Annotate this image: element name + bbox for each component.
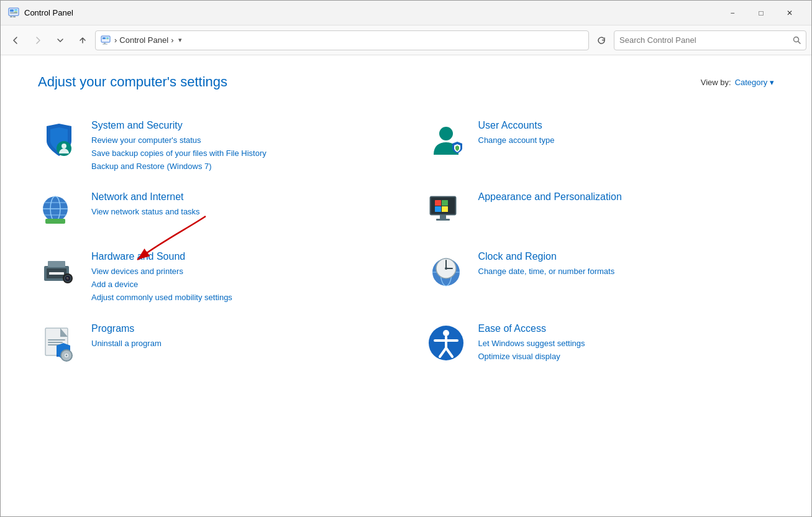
system-security-link-2[interactable]: Save backup copies of your files with Fi… <box>91 147 388 160</box>
svg-rect-26 <box>435 200 441 206</box>
hardware-sound-info: Hardware and Sound View devices and prin… <box>91 250 388 304</box>
ease-of-access-info: Ease of Access Let Windows suggest setti… <box>478 322 775 364</box>
maximize-button[interactable]: □ <box>747 3 775 23</box>
svg-rect-28 <box>435 206 441 212</box>
network-internet-info: Network and Internet View network status… <box>91 190 388 219</box>
clock-region-title[interactable]: Clock and Region <box>478 251 775 262</box>
clock-region-icon <box>425 250 467 292</box>
window-controls: − □ ✕ <box>718 3 804 23</box>
search-box[interactable] <box>614 30 806 50</box>
main-window: Control Panel − □ ✕ <box>0 0 812 517</box>
view-by-dropdown[interactable]: Category ▾ <box>735 78 774 87</box>
svg-rect-3 <box>14 11 17 12</box>
svg-rect-30 <box>440 215 446 219</box>
close-button[interactable]: ✕ <box>775 3 804 23</box>
view-by-label: View by: <box>701 78 731 87</box>
category-programs: Programs Uninstall a program <box>38 313 388 373</box>
svg-rect-9 <box>106 37 109 39</box>
svg-rect-10 <box>106 39 109 39</box>
clock-region-info: Clock and Region Change date, time, or n… <box>478 250 775 278</box>
recent-locations-button[interactable] <box>50 30 70 50</box>
address-path[interactable]: › Control Panel › ▾ <box>95 30 589 50</box>
path-text: › <box>114 35 117 45</box>
path-end-separator: › <box>171 35 173 45</box>
hardware-sound-link-1[interactable]: View devices and printers <box>91 265 388 278</box>
window-title: Control Panel <box>24 8 718 17</box>
programs-link-1[interactable]: Uninstall a program <box>91 337 388 350</box>
svg-rect-51 <box>48 342 63 343</box>
user-accounts-info: User Accounts Change account type <box>478 119 775 147</box>
svg-rect-27 <box>442 200 448 206</box>
svg-rect-1 <box>10 9 14 12</box>
system-security-link-3[interactable]: Backup and Restore (Windows 7) <box>91 160 388 173</box>
user-accounts-link-1[interactable]: Change account type <box>478 134 775 147</box>
page-title: Adjust your computer's settings <box>38 74 227 90</box>
category-network-internet: Network and Internet View network status… <box>38 181 388 241</box>
category-clock-region: Clock and Region Change date, time, or n… <box>425 241 775 313</box>
forward-button[interactable] <box>28 30 48 50</box>
up-button[interactable] <box>73 30 93 50</box>
svg-rect-35 <box>48 261 65 267</box>
svg-line-14 <box>798 42 801 44</box>
svg-rect-11 <box>104 43 106 44</box>
category-user-accounts: User Accounts Change account type <box>425 110 775 181</box>
svg-rect-29 <box>442 206 448 212</box>
category-appearance: Appearance and Personalization <box>425 181 775 241</box>
svg-rect-23 <box>45 219 65 224</box>
category-hardware-sound: Hardware and Sound View devices and prin… <box>38 241 388 313</box>
category-ease-of-access: Ease of Access Let Windows suggest setti… <box>425 313 775 373</box>
svg-rect-8 <box>103 37 106 39</box>
search-icon <box>793 36 801 44</box>
programs-info: Programs Uninstall a program <box>91 322 388 350</box>
svg-point-40 <box>66 278 68 279</box>
title-bar: Control Panel − □ ✕ <box>1 1 811 25</box>
category-system-security: System and Security Review your computer… <box>38 110 388 181</box>
network-internet-link-1[interactable]: View network status and tasks <box>91 206 388 219</box>
user-accounts-title[interactable]: User Accounts <box>478 120 775 131</box>
svg-rect-5 <box>10 16 12 17</box>
minimize-button[interactable]: − <box>718 3 747 23</box>
appearance-icon <box>425 190 467 232</box>
user-accounts-icon <box>425 119 467 161</box>
refresh-button[interactable] <box>591 30 611 50</box>
network-internet-title[interactable]: Network and Internet <box>91 191 388 203</box>
view-by: View by: Category ▾ <box>701 78 774 87</box>
main-content: Adjust your computer's settings View by:… <box>1 55 811 516</box>
path-label: Control Panel <box>119 35 168 45</box>
svg-rect-50 <box>48 339 65 341</box>
ease-of-access-title[interactable]: Ease of Access <box>478 323 775 334</box>
ease-of-access-link-1[interactable]: Let Windows suggest settings <box>478 337 775 350</box>
system-security-link-1[interactable]: Review your computer's status <box>91 134 388 147</box>
appearance-title[interactable]: Appearance and Personalization <box>478 191 775 203</box>
svg-rect-12 <box>103 43 107 44</box>
clock-region-link-1[interactable]: Change date, time, or number formats <box>478 265 775 278</box>
search-input[interactable] <box>619 35 789 45</box>
svg-rect-6 <box>13 16 16 17</box>
ease-of-access-icon <box>425 322 467 364</box>
path-icon <box>101 35 112 46</box>
system-security-title[interactable]: System and Security <box>91 120 388 131</box>
hardware-sound-link-2[interactable]: Add a device <box>91 278 388 291</box>
hardware-sound-icon <box>38 250 80 292</box>
system-security-info: System and Security Review your computer… <box>91 119 388 173</box>
svg-point-59 <box>443 330 449 336</box>
programs-title[interactable]: Programs <box>91 323 388 334</box>
back-button[interactable] <box>6 30 25 50</box>
svg-rect-34 <box>49 272 64 275</box>
appearance-info: Appearance and Personalization <box>478 190 775 206</box>
ease-of-access-link-2[interactable]: Optimize visual display <box>478 350 775 364</box>
svg-point-57 <box>66 354 68 356</box>
hardware-sound-title[interactable]: Hardware and Sound <box>91 251 388 262</box>
svg-rect-4 <box>10 12 17 14</box>
svg-rect-7 <box>101 36 110 42</box>
address-bar: › Control Panel › ▾ <box>1 25 811 55</box>
programs-icon <box>38 322 80 364</box>
page-header: Adjust your computer's settings View by:… <box>38 74 774 90</box>
svg-rect-2 <box>14 9 17 11</box>
categories-grid: System and Security Review your computer… <box>38 110 774 373</box>
system-security-icon <box>38 119 80 161</box>
address-dropdown-button[interactable]: ▾ <box>176 36 185 44</box>
hardware-sound-link-3[interactable]: Adjust commonly used mobility settings <box>91 291 388 304</box>
svg-point-16 <box>62 144 66 149</box>
network-internet-icon <box>38 190 80 232</box>
